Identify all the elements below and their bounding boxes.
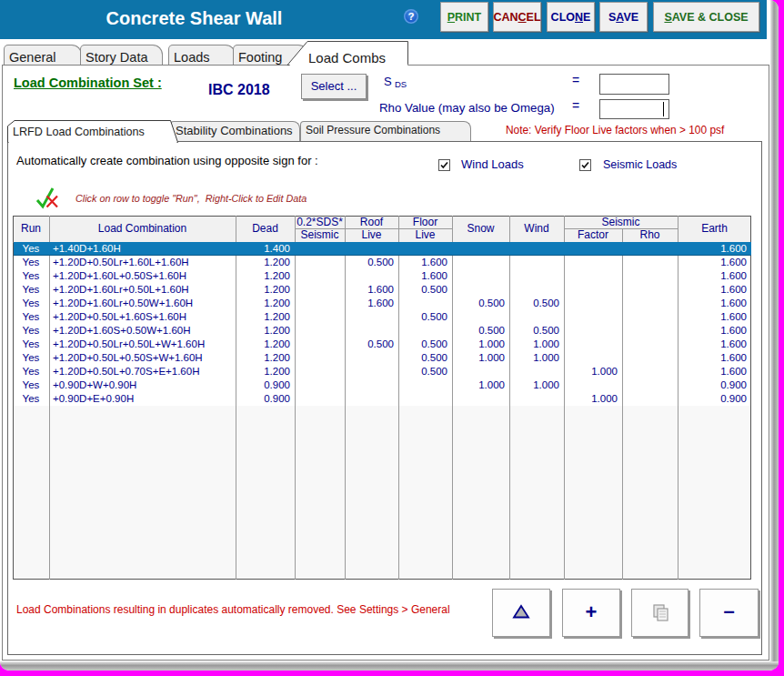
svg-text:Load Combs: Load Combs [308, 50, 386, 66]
svg-text:LRFD Load Combinations: LRFD Load Combinations [13, 126, 145, 138]
